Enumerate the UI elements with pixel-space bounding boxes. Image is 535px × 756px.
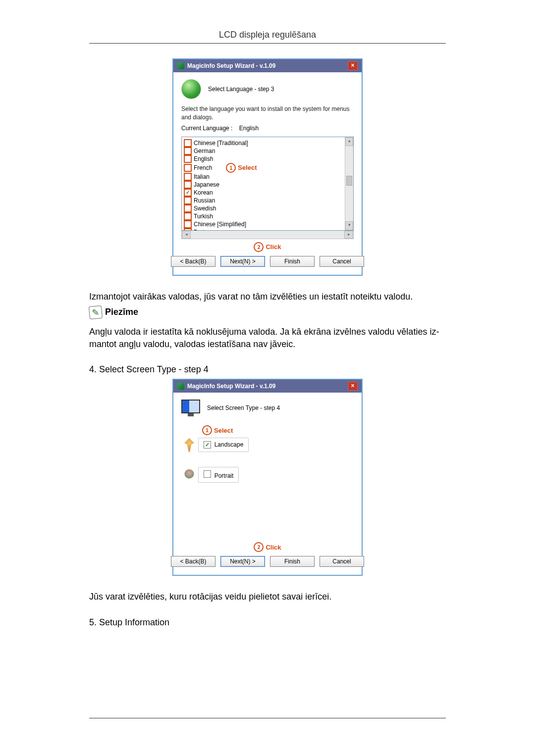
checkbox[interactable]: [184, 164, 192, 172]
cancel-button[interactable]: Cancel: [320, 256, 364, 267]
option-label: Landscape: [214, 441, 244, 448]
dialog4-titlebar: MagicInfo Setup Wizard - v.1.09 ×: [173, 380, 362, 393]
current-language-label: Current Language :: [181, 125, 232, 132]
next-button[interactable]: Next(N) >: [220, 256, 265, 267]
scroll-up-icon[interactable]: ▴: [345, 137, 353, 146]
checkbox[interactable]: ✓: [204, 441, 211, 449]
checkbox[interactable]: [184, 147, 192, 155]
checkbox[interactable]: [204, 470, 211, 478]
callout-click: 2Click: [254, 542, 281, 552]
callout-number-2: 2: [254, 542, 264, 552]
lang-label: Chinese [Traditional]: [194, 139, 248, 147]
cancel-button[interactable]: Cancel: [320, 556, 364, 567]
list-item[interactable]: German: [184, 147, 343, 155]
globe-icon: [181, 79, 201, 99]
lang-label: Swedish: [194, 204, 216, 212]
callout-select: 1Select: [226, 163, 257, 173]
pin-icon: [184, 438, 194, 452]
callout-number-2: 2: [254, 242, 264, 252]
list-item[interactable]: French 1Select: [184, 163, 343, 173]
checkbox[interactable]: [184, 181, 192, 189]
checkbox[interactable]: [184, 228, 192, 230]
language-listbox[interactable]: Chinese [Traditional] German English Fre…: [181, 137, 354, 231]
dialog3-instruction: Select the language you want to install …: [181, 105, 354, 122]
list-item[interactable]: Swedish: [184, 204, 343, 212]
checkbox[interactable]: [184, 173, 192, 181]
list-item[interactable]: Chinese [Simplified]: [184, 220, 343, 228]
list-item[interactable]: Chinese [Traditional]: [184, 139, 343, 147]
monitor-icon: [181, 400, 200, 416]
lang-label: French: [194, 164, 212, 172]
dialog3-step-title: Select Language - step 3: [208, 86, 274, 93]
lang-label: German: [194, 147, 215, 155]
current-language: Current Language : English: [181, 125, 354, 132]
lang-label: Russian: [194, 197, 215, 204]
lang-label: Turkish: [194, 212, 213, 220]
checkbox[interactable]: [184, 212, 192, 220]
list-item[interactable]: English: [184, 155, 343, 163]
step4-heading: 4. Select Screen Type - step 4: [89, 363, 446, 376]
dialog3-titlebar: MagicInfo Setup Wizard - v.1.09 ×: [173, 59, 362, 72]
paragraph-after-dialog3: Izmantojot vairākas valodas, jūs varat n…: [89, 291, 446, 303]
pin-icon: [184, 469, 194, 480]
lang-label: Italian: [194, 173, 210, 181]
finish-button[interactable]: Finish: [270, 556, 315, 567]
checkbox[interactable]: [184, 139, 192, 147]
scrollbar-thumb[interactable]: [346, 176, 352, 186]
checkbox[interactable]: [184, 204, 192, 212]
checkbox[interactable]: ✓: [184, 189, 192, 197]
option-frame: ✓ Landscape: [198, 438, 249, 452]
callout-select: 1Select: [202, 425, 233, 435]
callout-number-1: 1: [202, 425, 212, 435]
note-text: Angļu valoda ir iestatīta kā noklusējuma…: [89, 326, 446, 351]
list-item[interactable]: Turkish: [184, 212, 343, 220]
paragraph-after-dialog4: Jūs varat izvēlēties, kuru rotācijas vei…: [89, 591, 446, 603]
option-frame: Portrait: [198, 467, 239, 483]
close-icon[interactable]: ×: [348, 61, 358, 70]
note-label: Piezīme: [105, 307, 138, 317]
wizard-dialog-step4: MagicInfo Setup Wizard - v.1.09 × Select…: [172, 379, 363, 576]
scroll-right-icon[interactable]: ▸: [344, 231, 353, 239]
dialog4-title: MagicInfo Setup Wizard - v.1.09: [187, 383, 348, 390]
scroll-left-icon[interactable]: ◂: [182, 231, 191, 239]
note-icon: ✎: [89, 305, 103, 319]
lang-label: Japanese: [194, 181, 219, 189]
step5-heading: 5. Setup Information: [89, 616, 446, 629]
finish-button[interactable]: Finish: [270, 256, 315, 267]
vertical-scrollbar[interactable]: ▴ ▾: [345, 137, 353, 230]
list-item[interactable]: Japanese: [184, 181, 343, 189]
callout-click: 2Click: [254, 242, 281, 252]
dialog3-title: MagicInfo Setup Wizard - v.1.09: [187, 62, 348, 69]
scroll-down-icon[interactable]: ▾: [345, 221, 353, 230]
lang-label: Portuguese: [194, 228, 224, 230]
lang-label: Korean: [194, 189, 213, 197]
option-label: Portrait: [214, 472, 234, 479]
back-button[interactable]: < Back(B): [171, 556, 215, 567]
checkbox[interactable]: [184, 155, 192, 163]
lang-label: Chinese [Simplified]: [194, 220, 246, 228]
horizontal-scrollbar[interactable]: ◂ ▸: [181, 231, 354, 239]
list-item[interactable]: ✓Korean: [184, 189, 343, 197]
list-item[interactable]: Italian: [184, 173, 343, 181]
list-item[interactable]: Russian: [184, 197, 343, 204]
back-button[interactable]: < Back(B): [171, 256, 215, 267]
wizard-dialog-step3: MagicInfo Setup Wizard - v.1.09 × Select…: [172, 58, 363, 276]
callout-number-1: 1: [226, 163, 236, 173]
checkbox[interactable]: [184, 220, 192, 228]
list-item[interactable]: Portuguese: [184, 228, 343, 230]
footer-rule: [89, 718, 446, 718]
page-title: LCD displeja regulēšana: [89, 30, 446, 44]
checkbox[interactable]: [184, 197, 192, 204]
screen-type-landscape[interactable]: ✓ Landscape: [184, 438, 354, 452]
app-icon: [177, 62, 184, 69]
screen-type-portrait[interactable]: Portrait: [184, 467, 354, 483]
app-icon: [177, 383, 184, 390]
lang-label: English: [194, 155, 213, 163]
dialog4-step-title: Select Screen Type - step 4: [207, 404, 280, 411]
next-button[interactable]: Next(N) >: [220, 556, 265, 567]
current-language-value: English: [239, 125, 259, 132]
close-icon[interactable]: ×: [348, 382, 358, 391]
